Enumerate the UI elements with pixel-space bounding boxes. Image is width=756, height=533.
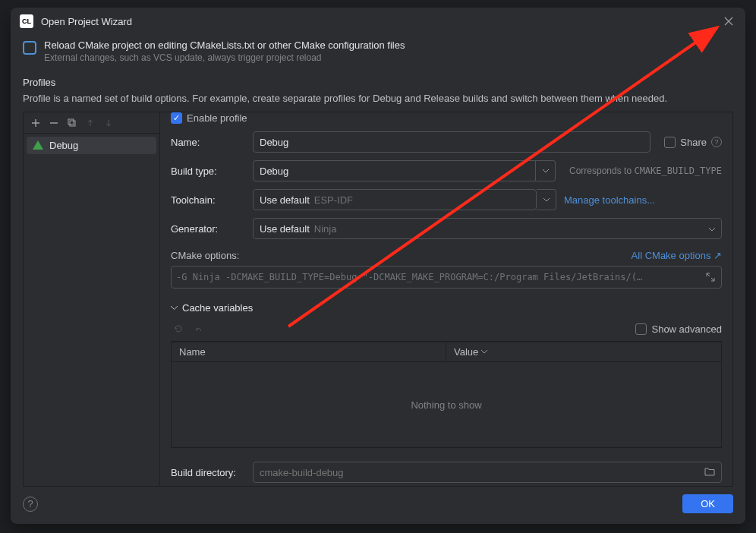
chevron-down-icon <box>709 228 715 232</box>
share-checkbox[interactable] <box>664 137 676 148</box>
cache-undo-button <box>191 321 206 336</box>
profiles-heading: Profiles <box>23 77 733 88</box>
profiles-description: Profile is a named set of build options.… <box>23 93 733 104</box>
reload-checkbox[interactable] <box>23 41 36 55</box>
arrow-down-icon <box>105 119 112 127</box>
chevron-down-icon <box>481 350 487 354</box>
plus-icon <box>31 118 40 128</box>
profile-item-label: Debug <box>49 140 78 151</box>
name-input[interactable] <box>253 131 650 153</box>
reload-icon <box>174 324 183 333</box>
generator-value: Use default <box>260 223 310 235</box>
cache-col-value[interactable]: Value <box>446 342 495 361</box>
share-help-icon[interactable]: ? <box>711 137 722 147</box>
build-directory-label: Build directory: <box>171 467 245 478</box>
toolchain-dropdown-button[interactable] <box>537 189 556 210</box>
show-advanced-checkbox[interactable] <box>635 323 647 335</box>
generator-default: Ninja <box>314 223 337 235</box>
minus-icon <box>49 118 58 128</box>
copy-icon <box>68 118 77 128</box>
titlebar: CL Open Project Wizard <box>11 8 745 35</box>
enable-profile-label: Enable profile <box>187 112 247 124</box>
svg-rect-0 <box>70 121 75 126</box>
build-type-side-text: Corresponds to CMAKE_BUILD_TYPE <box>569 166 722 176</box>
toolchain-default: ESP-IDF <box>314 194 353 206</box>
copy-profile-button[interactable] <box>65 115 80 131</box>
build-type-select[interactable]: Debug <box>253 160 536 181</box>
cmake-icon <box>33 140 43 151</box>
manage-toolchains-link[interactable]: Manage toolchains... <box>564 194 655 206</box>
profile-form-pane: ✓ Enable profile Name: Share ? Build t <box>159 112 733 487</box>
ok-button[interactable]: OK <box>682 494 733 513</box>
move-down-button <box>101 115 116 131</box>
cache-col-name[interactable]: Name <box>172 342 446 361</box>
help-button[interactable]: ? <box>23 497 38 512</box>
build-directory-input[interactable] <box>253 462 722 483</box>
close-icon <box>724 17 733 26</box>
chevron-down-icon <box>171 304 178 311</box>
generator-select[interactable]: Use default Ninja <box>253 218 722 239</box>
name-label: Name: <box>171 137 245 148</box>
arrow-up-icon <box>87 119 94 127</box>
enable-profile-checkbox[interactable]: ✓ <box>171 112 182 124</box>
chevron-down-icon <box>543 198 550 202</box>
build-type-value: Debug <box>260 166 288 177</box>
app-icon: CL <box>20 14 33 28</box>
build-directory-field[interactable] <box>260 467 715 478</box>
cache-reload-button <box>171 321 186 336</box>
toolchain-label: Toolchain: <box>171 194 245 206</box>
all-cmake-options-link[interactable]: All CMake options ↗ <box>632 250 722 261</box>
browse-folder-button[interactable] <box>704 467 715 478</box>
reload-checkbox-label: Reload CMake project on editing CMakeLis… <box>44 39 405 51</box>
expand-icon <box>706 273 715 282</box>
cache-variables-toggle[interactable]: Cache variables <box>171 302 722 314</box>
svg-rect-1 <box>68 119 74 125</box>
toolchain-select[interactable]: Use default ESP-IDF <box>253 189 537 210</box>
dialog-title: Open Project Wizard <box>41 16 713 27</box>
reload-checkbox-hint: External changes, such as VCS update, al… <box>44 52 405 63</box>
expand-button[interactable] <box>704 271 717 283</box>
remove-profile-button[interactable] <box>46 115 61 131</box>
profile-item-debug[interactable]: Debug <box>27 137 156 154</box>
share-label: Share <box>680 137 707 148</box>
cmake-options-value: -G Ninja -DCMAKE_BUILD_TYPE=Debug "-DCMA… <box>176 272 642 282</box>
folder-icon <box>704 467 715 476</box>
name-input-field[interactable] <box>260 137 644 148</box>
cache-variables-header: Cache variables <box>182 302 253 314</box>
cache-variables-table: Name Value Nothing to show <box>171 342 722 448</box>
cmake-options-label: CMake options: <box>171 250 239 261</box>
generator-label: Generator: <box>171 223 245 235</box>
profiles-list-pane: Debug <box>23 112 159 487</box>
close-button[interactable] <box>721 14 736 29</box>
cmake-options-input[interactable]: -G Ninja -DCMAKE_BUILD_TYPE=Debug "-DCMA… <box>171 266 722 289</box>
cache-empty-text: Nothing to show <box>172 362 721 447</box>
toolchain-value: Use default <box>260 194 310 206</box>
profiles-toolbar <box>24 112 159 134</box>
move-up-button <box>83 115 98 131</box>
add-profile-button[interactable] <box>28 115 43 131</box>
show-advanced-label: Show advanced <box>651 323 722 335</box>
build-type-dropdown-button[interactable] <box>536 160 556 181</box>
open-project-wizard-dialog: CL Open Project Wizard Reload CMake proj… <box>11 8 745 524</box>
build-type-label: Build type: <box>171 166 245 177</box>
chevron-down-icon <box>543 169 549 173</box>
undo-icon <box>194 324 203 333</box>
